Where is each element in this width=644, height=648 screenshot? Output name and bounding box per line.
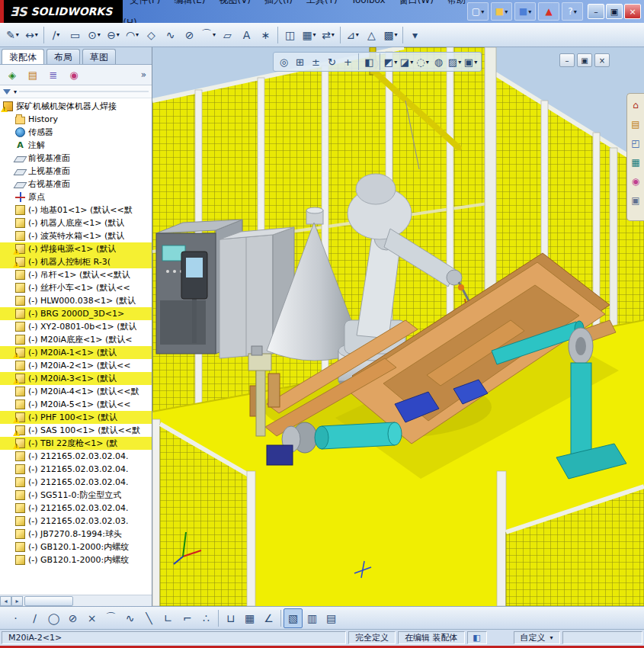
save-document-icon[interactable]: ■▾	[514, 2, 536, 21]
menu-tools[interactable]: 工具(T)	[300, 0, 344, 5]
arc-icon[interactable]: ◠▾	[123, 25, 142, 45]
tree-item[interactable]: !(-) PHF 100<1> (默认	[0, 411, 152, 424]
measure-angle-icon[interactable]: ∠	[259, 608, 278, 628]
doc-minimize-button[interactable]: –	[559, 53, 575, 67]
ellipse-icon[interactable]: ⊘	[180, 25, 199, 45]
move-entities-icon[interactable]: ⇄▾	[319, 25, 338, 45]
tab-assembly[interactable]: 装配体	[2, 49, 44, 64]
tree-item[interactable]: !(-) M20iA-1<1> (默认	[0, 346, 152, 359]
file-explorer-icon[interactable]: ◰	[629, 136, 642, 150]
rectangle-icon[interactable]: ▭	[66, 25, 85, 45]
scroll-left-icon[interactable]: ◂	[0, 596, 11, 606]
tree-item[interactable]: (-) M20iA-2<1> (默认<<	[0, 359, 152, 372]
status-toolbar-preset[interactable]: 自定义 ▾	[514, 631, 560, 644]
view-settings-icon[interactable]: ▣▾	[463, 54, 479, 69]
mirror-entities-icon[interactable]: ◫	[280, 25, 300, 45]
graphics-area[interactable]: ◎⊞±↻+◧◩▾◪▾◌▾◍▨▾▣▾ –▣× ⌂▤◰▦◉▣	[152, 47, 644, 606]
split-vertical-icon[interactable]: ▤	[322, 608, 341, 628]
linear-sketch-pattern-icon[interactable]: ▦▾	[300, 25, 319, 45]
sketch-line-icon[interactable]: ∕	[25, 608, 44, 628]
tree-item[interactable]: !(-) M20iA-3<1> (默认	[0, 372, 152, 385]
tree-item[interactable]: (-) JB7270.8-1994:球头	[0, 528, 152, 541]
restore-button[interactable]: ▣	[606, 4, 623, 19]
menu-window[interactable]: 窗口(W)	[392, 0, 441, 5]
plane-icon[interactable]: ▱	[218, 25, 237, 45]
display-style-icon[interactable]: ◪▾	[399, 54, 415, 69]
tab-layout[interactable]: 布局	[46, 49, 80, 64]
tree-item[interactable]: !(-) 机器人控制柜 R-3(	[0, 255, 152, 268]
tree-item[interactable]: !(-) 焊接电源<1> (默认	[0, 242, 152, 255]
view-palette-icon[interactable]: ▦	[629, 156, 642, 169]
options-icon[interactable]: ▾	[405, 25, 425, 45]
circle-icon[interactable]: ⊙▾	[85, 25, 104, 45]
tree-item[interactable]: !(-) SAS 100<1> (默认<<默	[0, 424, 152, 437]
slot-icon[interactable]: ⊖▾	[104, 25, 123, 45]
view-orientation-icon[interactable]: ◩▾	[383, 54, 399, 69]
tree-item[interactable]: (-) HLW000.038<1> (默认	[0, 294, 152, 307]
repair-sketch-icon[interactable]: △	[362, 25, 381, 45]
tree-item[interactable]: (-) 丝杆小车<1> (默认<<	[0, 281, 152, 294]
sketch-point-icon[interactable]: ·	[6, 608, 25, 628]
hide-show-items-icon[interactable]: ◌▾	[415, 54, 431, 69]
menu-view[interactable]: 视图(V)	[212, 0, 258, 5]
rotate-view-icon[interactable]: ↻	[324, 54, 340, 69]
feature-manager-icon[interactable]: ◈	[4, 66, 21, 83]
tree-item[interactable]: (-) 212165.02.03.02.04.	[0, 450, 152, 463]
sketch-mirror-icon[interactable]: ╲	[139, 608, 159, 628]
tree-item[interactable]: 右视基准面	[0, 178, 152, 191]
shaded-view-icon[interactable]: ▧	[284, 608, 303, 628]
tree-item[interactable]: (-) 地基01<1> (默认<<默	[0, 204, 152, 217]
line-icon[interactable]: ∕▾	[46, 25, 66, 45]
spline-icon[interactable]: ∿	[161, 25, 180, 45]
sketch-spline-icon[interactable]: ∿	[120, 608, 139, 628]
point-icon[interactable]: ∗	[256, 25, 275, 45]
filter-funnel-icon[interactable]	[3, 89, 11, 95]
apply-scene-icon[interactable]: ▨▾	[447, 54, 463, 69]
weld-bead-icon[interactable]: ⊔	[221, 608, 240, 628]
help-icon[interactable]: ?▾	[562, 2, 583, 21]
pan-icon[interactable]: +	[340, 54, 356, 69]
display-manager-icon[interactable]: ◉	[66, 66, 82, 83]
tree-item[interactable]: (-) XY2-0801-0b<1> (默认	[0, 320, 152, 333]
quick-snaps-icon[interactable]: ▩▾	[381, 25, 400, 45]
snap-points-icon[interactable]: ∴	[197, 608, 216, 628]
tree-item[interactable]: History	[0, 113, 152, 126]
menu-insert[interactable]: 插入(I)	[258, 0, 300, 5]
text-icon[interactable]: A	[237, 25, 256, 45]
tree-item[interactable]: !探矿机械机架体机器人焊接	[0, 100, 152, 113]
tree-item[interactable]: (-) 212165.02.03.02.03.	[0, 515, 152, 528]
configuration-manager-icon[interactable]: ≣	[45, 66, 62, 83]
section-view-icon[interactable]: ◧	[361, 54, 377, 69]
tree-item[interactable]: (-) SG511-0:防尘型立式	[0, 489, 152, 502]
filter-dropdown-icon[interactable]: ▾	[14, 88, 17, 95]
sketch-erase-icon[interactable]: ×	[82, 608, 101, 628]
tree-item[interactable]: (-) BRG 2000D_3D<1>	[0, 307, 152, 320]
tree-item[interactable]: (-) M20iA底座<1> (默认<	[0, 333, 152, 346]
scrollbar-thumb[interactable]	[24, 596, 73, 606]
grid-settings-icon[interactable]: ▦	[240, 608, 259, 628]
tree-horizontal-scrollbar[interactable]: ◂ ▸	[0, 595, 152, 606]
tab-sketch[interactable]: 草图	[82, 49, 116, 64]
menu-toolbox[interactable]: Toolbox	[344, 0, 392, 5]
open-document-icon[interactable]: ■▾	[491, 2, 512, 21]
tree-item[interactable]: (-) M20iA-5<1> (默认<<	[0, 398, 152, 411]
tree-item[interactable]: 原点	[0, 191, 152, 204]
tree-item[interactable]: (-) 波英特水箱<1> (默认	[0, 229, 152, 242]
smart-dimension-icon[interactable]: ↔▾	[22, 25, 41, 45]
doc-close-button[interactable]: ×	[594, 53, 610, 67]
tree-item[interactable]: 上视基准面	[0, 165, 152, 178]
polygon-icon[interactable]: ◇	[142, 25, 161, 45]
scroll-right-icon[interactable]: ▸	[11, 596, 23, 606]
custom-properties-icon[interactable]: ▣	[629, 194, 642, 207]
tree-item[interactable]: A注解	[0, 139, 152, 152]
tree-item[interactable]: (-) GB120.1-2000:内螺纹	[0, 541, 152, 553]
tree-item[interactable]: 前视基准面	[0, 152, 152, 165]
panel-overflow-icon[interactable]: »	[141, 69, 148, 80]
sketch-ellipse-icon[interactable]: ⊘	[63, 608, 82, 628]
minimize-button[interactable]: –	[588, 4, 604, 19]
fillet-icon[interactable]: ⌒▾	[199, 25, 218, 45]
tree-item[interactable]: 传感器	[0, 126, 152, 139]
tree-item[interactable]: (-) M20iA-4<1> (默认<<默	[0, 385, 152, 398]
menu-file[interactable]: 文件(F)	[123, 0, 167, 5]
design-library-icon[interactable]: ▤	[629, 117, 642, 131]
